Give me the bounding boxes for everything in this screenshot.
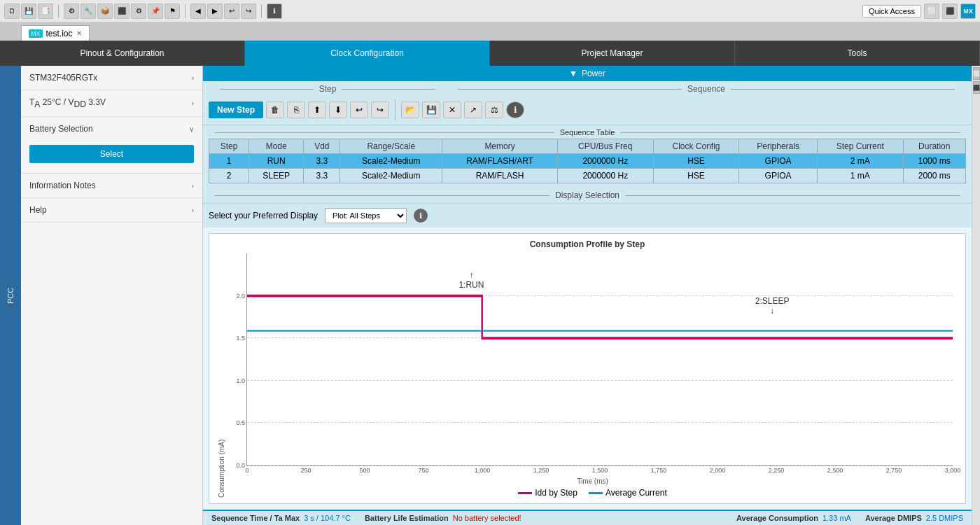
back-icon[interactable]: ↩: [224, 4, 239, 19]
seq-time-item: Sequence Time / Ta Max 3 s / 104.7 °C: [211, 514, 351, 522]
pin-icon[interactable]: 📌: [148, 4, 163, 19]
legend-idd-color: [518, 492, 532, 494]
cell-1-2: 3.3: [304, 169, 340, 183]
redo-icon[interactable]: ↪: [371, 102, 389, 118]
power-label: Power: [582, 69, 606, 78]
sequence-table-wrapper: Sequence Table Step Mode Vdd Range/Scale…: [203, 125, 972, 188]
chip-icon[interactable]: ⬛: [114, 4, 130, 19]
tab-project[interactable]: Project Manager: [490, 41, 735, 66]
mcu-header[interactable]: STM32F405RGTx ›: [21, 66, 202, 90]
table-row[interactable]: 1RUN3.3Scale2-MediumRAM/FLASH/ART2000000…: [209, 154, 966, 169]
file-tab-test[interactable]: MX test.ioc ✕: [21, 25, 90, 41]
sidebar-item-info[interactable]: Information Notes ›: [21, 174, 202, 198]
status-left: Sequence Time / Ta Max 3 s / 104.7 °C Ba…: [211, 514, 522, 522]
sequence-section-label: Sequence: [687, 84, 725, 94]
balance-icon[interactable]: ⚖: [485, 102, 503, 118]
tab-pinout[interactable]: Pinout & Configuration: [0, 41, 245, 66]
select-button[interactable]: Select: [29, 145, 194, 163]
file-tab-close[interactable]: ✕: [76, 29, 82, 37]
gear2-icon[interactable]: ⚙: [131, 4, 146, 19]
layout1-icon[interactable]: ⬜: [924, 4, 939, 19]
chart-title: Consumption Profile by Step: [215, 239, 960, 249]
file-tabs-bar: MX test.ioc ✕: [0, 22, 980, 41]
col-range: Range/Scale: [340, 139, 442, 154]
x-axis-label: Time (ms): [225, 477, 960, 485]
quick-access-button[interactable]: Quick Access: [862, 5, 921, 18]
settings-icon[interactable]: ⚙: [64, 4, 79, 19]
undo-icon[interactable]: ↩: [350, 102, 368, 118]
right-btn-1[interactable]: ⬜: [973, 67, 980, 80]
display-select[interactable]: Plot: All StepsPlot: Step 1Plot: Step 2: [325, 208, 407, 223]
display-selection-section: Display Selection Select your Preferred …: [203, 188, 972, 227]
edit-tools: ⚙ 🔧 📦 ⬛ ⚙ 📌 ⚑: [64, 4, 180, 19]
col-clock: Clock Config: [653, 139, 739, 154]
power-arrow: ▼: [569, 69, 578, 78]
temp-header[interactable]: TA 25°C / VDD 3.3V ›: [21, 90, 202, 116]
info-chevron: ›: [192, 182, 194, 190]
export-sequence-icon[interactable]: ↗: [464, 102, 482, 118]
delete-sequence-icon[interactable]: ✕: [443, 102, 461, 118]
move-down-icon[interactable]: ⬇: [329, 102, 347, 118]
sidebar-item-mcu[interactable]: STM32F405RGTx ›: [21, 66, 202, 90]
delete-step-icon[interactable]: 🗑: [266, 102, 284, 118]
new-icon[interactable]: 🗋: [4, 4, 20, 19]
battery-label: Battery Selection: [29, 124, 93, 134]
sep2: [185, 4, 186, 18]
table-row[interactable]: 2SLEEP3.3Scale2-MediumRAM/FLASH2000000 H…: [209, 169, 966, 183]
save-all-icon[interactable]: 📑: [38, 4, 53, 19]
file-tools: 🗋 💾 📑: [4, 4, 53, 19]
arrow-right-icon[interactable]: ▶: [207, 4, 223, 19]
flag-icon[interactable]: ⚑: [164, 4, 180, 19]
info-header[interactable]: Information Notes ›: [21, 174, 202, 197]
tab-tools[interactable]: Tools: [735, 41, 980, 66]
help-header[interactable]: Help ›: [21, 198, 202, 222]
tab-clock[interactable]: Clock Configuration: [245, 41, 490, 66]
nav-tools: ◀ ▶ ↩ ↪: [190, 4, 256, 19]
sep3: [261, 4, 262, 18]
forward-icon[interactable]: ↪: [241, 4, 256, 19]
arrow-left-icon[interactable]: ◀: [190, 4, 206, 19]
col-duration: Duration: [903, 139, 965, 154]
battery-item: Battery Life Estimation No battery selec…: [365, 514, 522, 522]
cell-0-0: 1: [209, 154, 249, 169]
info-sequence-icon[interactable]: ℹ: [506, 102, 524, 118]
mx-icon[interactable]: MX: [960, 4, 976, 19]
avg-dmips-item: Average DMIPS 2.5 DMIPS: [865, 514, 963, 522]
display-selection-bar: Select your Preferred Display Plot: All …: [203, 203, 972, 227]
legend-avg: Average Current: [589, 488, 667, 498]
cell-1-7: GPIOA: [739, 169, 818, 183]
chart-area: Consumption Profile by Step Consumption …: [203, 227, 972, 510]
col-mode: Mode: [249, 139, 304, 154]
seq-time-label: Sequence Time / Ta Max: [211, 514, 300, 522]
cell-0-9: 1000 ms: [903, 154, 965, 169]
cell-1-9: 2000 ms: [903, 169, 965, 183]
layout2-icon[interactable]: ⬛: [942, 4, 958, 19]
col-cpu: CPU/Bus Freq: [557, 139, 653, 154]
cell-0-1: RUN: [249, 154, 304, 169]
copy-step-icon[interactable]: ⎘: [287, 102, 305, 118]
move-up-icon[interactable]: ⬆: [308, 102, 326, 118]
display-info-button[interactable]: ℹ: [414, 209, 428, 223]
save-sequence-icon[interactable]: 💾: [422, 102, 440, 118]
new-step-button[interactable]: New Step: [209, 102, 263, 118]
y-axis-label: Consumption (mA): [215, 253, 225, 498]
cell-1-8: 1 mA: [817, 169, 903, 183]
battery-header[interactable]: Battery Selection ∨: [21, 117, 202, 141]
info-circle-icon[interactable]: ℹ: [267, 4, 282, 19]
seq-time-value: 3 s / 104.7 °C: [304, 514, 351, 522]
status-right: Average Consumption 1.33 mA Average DMIP…: [736, 514, 963, 522]
cell-1-0: 2: [209, 169, 249, 183]
step-section-label: Step: [319, 84, 337, 94]
save-icon[interactable]: 💾: [21, 4, 36, 19]
package-icon[interactable]: 📦: [97, 4, 113, 19]
temp-label: TA 25°C / VDD 3.3V: [29, 97, 106, 109]
sidebar-item-help[interactable]: Help ›: [21, 198, 202, 223]
sequence-table-label: Sequence Table: [209, 128, 966, 136]
avg-dmips-label: Average DMIPS: [865, 514, 922, 522]
right-btn-2[interactable]: ⬛: [973, 81, 980, 94]
status-bar: Sequence Time / Ta Max 3 s / 104.7 °C Ba…: [203, 510, 972, 525]
open-sequence-icon[interactable]: 📂: [401, 102, 419, 118]
sidebar-item-temp[interactable]: TA 25°C / VDD 3.3V ›: [21, 90, 202, 117]
wrench-icon[interactable]: 🔧: [80, 4, 96, 19]
col-vdd: Vdd: [304, 139, 340, 154]
